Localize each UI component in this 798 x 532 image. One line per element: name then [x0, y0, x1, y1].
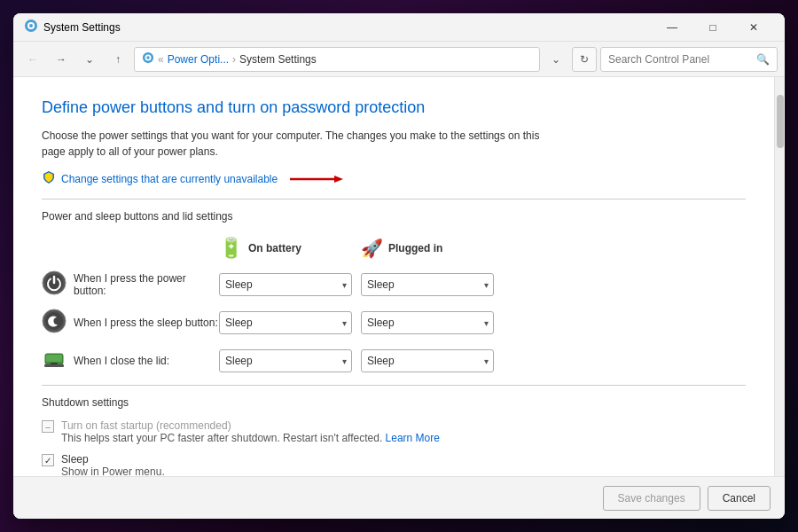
lid-close-label: When I close the lid: [42, 347, 219, 374]
dropdown-button[interactable]: ⌄ [77, 47, 102, 72]
back-button[interactable]: ← [20, 47, 45, 72]
power-button-icon [42, 270, 66, 298]
svg-point-11 [45, 312, 63, 330]
search-icon: 🔍 [756, 53, 770, 66]
fast-startup-item: Turn on fast startup (recommended) This … [42, 419, 746, 444]
power-button-pluggedin-select[interactable]: Sleep Do nothing Hibernate Shut down [361, 273, 494, 296]
up-button[interactable]: ↑ [106, 47, 130, 72]
fast-startup-label: Turn on fast startup (recommended) [61, 419, 746, 432]
window-icon [24, 19, 38, 35]
divider-2 [42, 385, 746, 386]
sleep-content: Sleep Show in Power menu. [61, 453, 746, 476]
title-bar: System Settings — □ ✕ [13, 13, 785, 42]
breadcrumb-arrow: › [232, 53, 236, 66]
minimize-button[interactable]: — [652, 13, 692, 42]
fast-startup-sublabel: This helps start your PC faster after sh… [61, 432, 746, 444]
sleep-sublabel: Show in Power menu. [61, 466, 746, 476]
divider-1 [42, 199, 746, 200]
sleep-button-pluggedin-select[interactable]: Sleep Do nothing Hibernate Shut down [361, 311, 494, 334]
window: System Settings — □ ✕ ← → ⌄ ↑ « Power Op… [13, 13, 785, 519]
breadcrumb: « Power Opti... › System Settings [134, 47, 540, 72]
change-settings-row: Change settings that are currently unava… [42, 170, 746, 188]
search-box: 🔍 [600, 47, 778, 72]
search-input[interactable] [608, 53, 753, 66]
power-button-label: When I press the power button: [42, 270, 219, 298]
close-button[interactable]: ✕ [733, 13, 774, 42]
breadcrumb-part1[interactable]: Power Opti... [168, 53, 229, 66]
power-button-row: When I press the power button: Sleep Do … [42, 270, 746, 298]
fast-startup-checkbox[interactable] [42, 420, 54, 433]
pluggedin-icon: 🚀 [361, 238, 383, 259]
sleep-item: Sleep Show in Power menu. [42, 453, 746, 476]
shutdown-section: Shutdown settings Turn on fast startup (… [42, 396, 746, 476]
svg-point-2 [29, 24, 33, 27]
cancel-button[interactable]: Cancel [708, 486, 771, 511]
learn-more-link[interactable]: Learn More [386, 432, 440, 444]
sleep-label: Sleep [61, 453, 746, 466]
sleep-button-row: When I press the sleep button: Sleep Do … [42, 309, 746, 336]
window-title: System Settings [43, 21, 652, 34]
window-controls: — □ ✕ [652, 13, 774, 42]
shield-icon [42, 170, 56, 188]
lid-close-icon [42, 347, 66, 374]
col-plugged-in: 🚀 Plugged in [361, 238, 503, 259]
page-description: Choose the power settings that you want … [42, 128, 746, 160]
power-table-header: 🔋 On battery 🚀 Plugged in [42, 237, 746, 260]
fast-startup-content: Turn on fast startup (recommended) This … [61, 419, 746, 444]
save-button[interactable]: Save changes [603, 486, 700, 511]
forward-button[interactable]: → [49, 47, 74, 72]
col-on-battery: 🔋 On battery [219, 237, 361, 260]
breadcrumb-dropdown-button[interactable]: ⌄ [544, 47, 568, 72]
breadcrumb-separator-left: « [158, 53, 164, 66]
address-bar: ← → ⌄ ↑ « Power Opti... › System Setting… [13, 42, 785, 77]
arrow-indicator [290, 173, 343, 185]
power-section-title: Power and sleep buttons and lid settings [42, 210, 746, 223]
lid-close-row: When I close the lid: Sleep Do nothing H… [42, 347, 746, 374]
svg-marker-7 [334, 176, 343, 183]
page-title: Define power buttons and turn on passwor… [42, 98, 746, 117]
lid-close-pluggedin-select[interactable]: Sleep Do nothing Hibernate Shut down [361, 349, 494, 372]
content-area: Define power buttons and turn on passwor… [13, 77, 774, 476]
footer: Save changes Cancel [13, 476, 785, 519]
svg-rect-13 [46, 355, 62, 362]
battery-icon: 🔋 [219, 237, 243, 260]
sleep-button-battery-select[interactable]: Sleep Do nothing Hibernate Shut down [219, 311, 352, 334]
breadcrumb-part2: System Settings [239, 53, 317, 66]
svg-rect-15 [51, 363, 58, 364]
sleep-checkbox[interactable] [42, 454, 54, 466]
main-content: Define power buttons and turn on passwor… [13, 77, 785, 476]
svg-point-5 [146, 56, 150, 59]
scrollbar-thumb[interactable] [777, 95, 784, 148]
shutdown-section-title: Shutdown settings [42, 396, 746, 409]
refresh-button[interactable]: ↻ [572, 47, 597, 72]
change-settings-link[interactable]: Change settings that are currently unava… [61, 173, 278, 185]
sleep-button-icon [42, 309, 66, 336]
breadcrumb-icon [142, 51, 154, 66]
svg-rect-14 [44, 364, 64, 367]
power-button-battery-select[interactable]: Sleep Do nothing Hibernate Shut down [219, 273, 352, 296]
lid-close-battery-select[interactable]: Sleep Do nothing Hibernate Shut down [219, 349, 352, 372]
scrollbar[interactable] [774, 77, 785, 476]
maximize-button[interactable]: □ [692, 13, 733, 42]
sleep-button-label: When I press the sleep button: [42, 309, 219, 336]
